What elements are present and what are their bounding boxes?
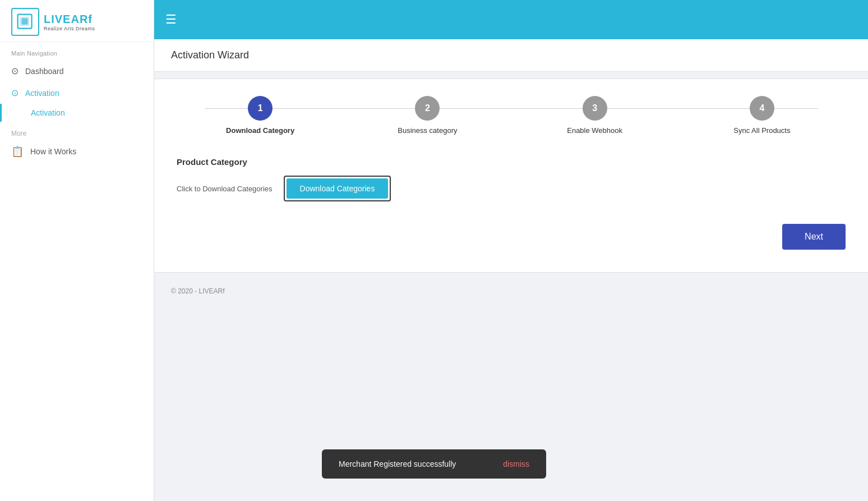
content-area: Activation Wizard 1 Download Category 2 … (154, 39, 868, 501)
sidebar-sub-item-activation[interactable]: Activation (0, 104, 154, 122)
step-1-circle: 1 (248, 96, 273, 121)
logo-text: LIVEARf Realize Arts Dreams (44, 13, 95, 31)
next-button[interactable]: Next (782, 224, 846, 250)
step-3-label: Enable Webhook (567, 126, 622, 135)
step-4-label: Sync All Products (733, 126, 790, 135)
sidebar-dashboard-label: Dashboard (25, 67, 64, 76)
toast-dismiss-button[interactable]: dismiss (503, 459, 529, 468)
sidebar-item-activation[interactable]: ⊙ Activation (0, 82, 154, 104)
toast-message: Merchant Registered successfully (339, 459, 494, 468)
hamburger-menu[interactable]: ☰ (165, 12, 177, 27)
step-3: 3 Enable Webhook (511, 96, 678, 135)
svg-rect-2 (22, 19, 28, 25)
sidebar: LIVEARf Realize Arts Dreams Main Navigat… (0, 0, 154, 501)
step-4: 4 Sync All Products (678, 96, 846, 135)
more-label: More (0, 122, 154, 140)
step-2-circle: 2 (415, 96, 440, 121)
page-header: Activation Wizard (154, 39, 868, 72)
footer: © 2020 - LIVEARf (154, 279, 868, 303)
sidebar-sub-activation-label: Activation (31, 108, 65, 117)
sidebar-how-label: How it Works (30, 147, 76, 156)
how-icon: 📋 (11, 145, 24, 158)
sidebar-activation-label: Activation (25, 89, 59, 98)
page-title: Activation Wizard (171, 49, 249, 61)
footer-text: © 2020 - LIVEARf (171, 287, 225, 295)
step-4-circle: 4 (750, 96, 774, 121)
toast-notification: Merchant Registered successfully dismiss (322, 449, 546, 479)
sidebar-item-dashboard[interactable]: ⊙ Dashboard (0, 60, 154, 82)
download-instruction-text: Click to Download Categories (177, 185, 273, 193)
main-content: ☰ Activation Wizard 1 Download Category … (154, 0, 868, 501)
stepper: 1 Download Category 2 Business category … (177, 96, 846, 135)
logo-box (11, 8, 39, 36)
product-category-label: Product Category (177, 157, 846, 167)
next-button-row: Next (177, 224, 846, 250)
step-3-circle: 3 (583, 96, 607, 121)
logo: LIVEARf Realize Arts Dreams (0, 0, 154, 42)
download-row: Click to Download Categories Download Ca… (177, 176, 846, 201)
step-1: 1 Download Category (177, 96, 344, 135)
step-2: 2 Business category (344, 96, 511, 135)
activation-icon: ⊙ (11, 88, 19, 98)
product-category-section: Product Category Click to Download Categ… (177, 157, 846, 201)
sidebar-item-how-it-works[interactable]: 📋 How it Works (0, 140, 154, 163)
step-2-label: Business category (398, 126, 457, 135)
dashboard-icon: ⊙ (11, 66, 19, 76)
logo-title: LIVEARf (44, 13, 95, 26)
topbar: ☰ (154, 0, 868, 39)
wizard-card: 1 Download Category 2 Business category … (154, 79, 868, 273)
logo-tagline: Realize Arts Dreams (44, 26, 95, 31)
step-1-label: Download Category (226, 126, 294, 135)
download-btn-wrapper: Download Categories (284, 176, 391, 201)
download-categories-button[interactable]: Download Categories (287, 178, 389, 199)
nav-label: Main Navigation (0, 42, 154, 60)
